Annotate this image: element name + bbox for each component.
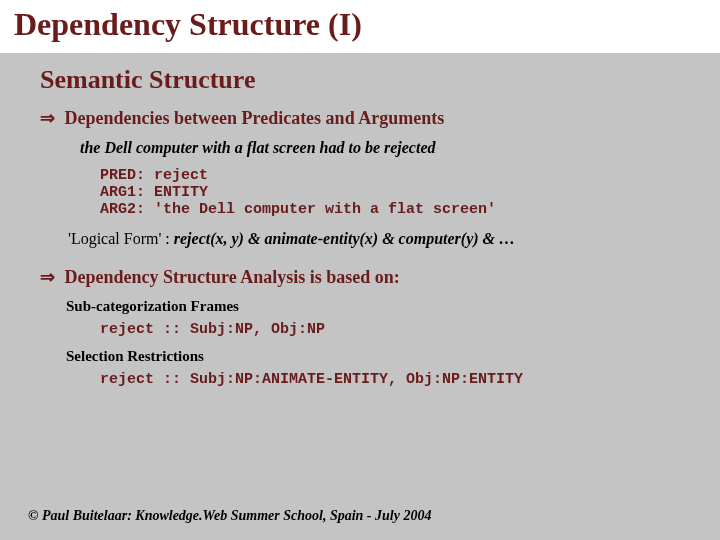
slide: Dependency Structure (I) Semantic Struct… xyxy=(0,0,720,540)
logical-form-label: 'Logical Form' : xyxy=(68,230,174,247)
subcat-heading: Sub-categorization Frames xyxy=(66,298,690,315)
bullet-analysis: ⇒ Dependency Structure Analysis is based… xyxy=(40,266,690,288)
selres-line: reject :: Subj:NP:ANIMATE-ENTITY, Obj:NP… xyxy=(100,371,690,388)
selres-heading: Selection Restrictions xyxy=(66,348,690,365)
subcat-line: reject :: Subj:NP, Obj:NP xyxy=(100,321,690,338)
bullet-dependencies: ⇒ Dependencies between Predicates and Ar… xyxy=(40,107,690,129)
slide-subtitle: Semantic Structure xyxy=(40,65,690,95)
logical-form-line: 'Logical Form' : reject(x, y) & animate-… xyxy=(68,230,690,248)
example-sentence: the Dell computer with a flat screen had… xyxy=(80,139,690,157)
arrow-icon: ⇒ xyxy=(40,266,60,288)
slide-title: Dependency Structure (I) xyxy=(14,6,706,43)
slide-content: Semantic Structure ⇒ Dependencies betwee… xyxy=(0,53,720,388)
bullet-dependencies-text: Dependencies between Predicates and Argu… xyxy=(65,108,445,128)
logical-form-expression: reject(x, y) & animate-entity(x) & compu… xyxy=(174,230,515,247)
pred-arg-block: PRED: reject ARG1: ENTITY ARG2: 'the Del… xyxy=(100,167,690,218)
slide-footer: © Paul Buitelaar: Knowledge.Web Summer S… xyxy=(28,508,431,524)
arrow-icon: ⇒ xyxy=(40,107,60,129)
bullet-analysis-text: Dependency Structure Analysis is based o… xyxy=(65,267,400,287)
title-band: Dependency Structure (I) xyxy=(0,0,720,53)
